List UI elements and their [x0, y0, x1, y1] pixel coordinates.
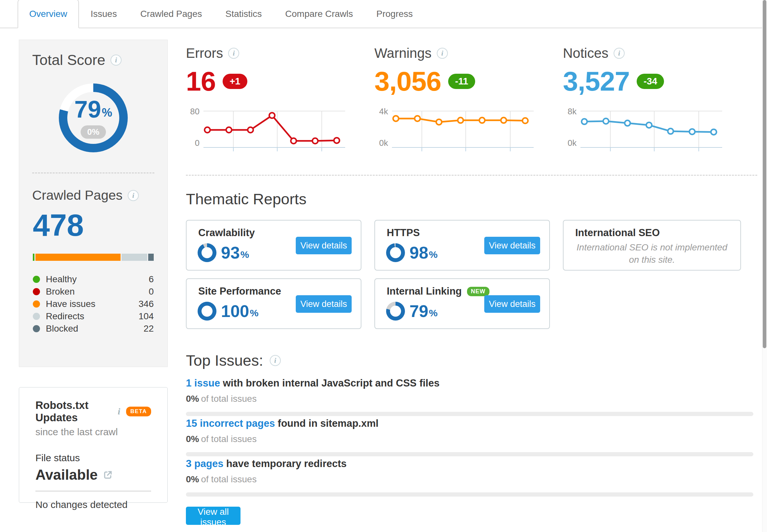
- notices-chart: 8k 0k: [563, 108, 735, 152]
- y-max-label: 8k: [568, 107, 577, 117]
- tab-compare-crawls[interactable]: Compare Crawls: [274, 0, 365, 28]
- crawled-bar-segment: [33, 254, 34, 261]
- legend-row-blocked: Blocked 22: [33, 323, 154, 335]
- legend-label: Broken: [46, 286, 148, 297]
- issue-text: 15 incorrect pages found in sitemap.xml: [186, 418, 753, 429]
- errors-delta-badge: +1: [223, 74, 247, 89]
- card-title: HTTPS: [387, 227, 420, 239]
- view-details-button[interactable]: View details: [296, 295, 351, 313]
- warnings-title: Warnings: [374, 45, 432, 61]
- donut-hole: [201, 306, 212, 317]
- card-crawlability: Crawlability 93% View details: [186, 220, 361, 271]
- file-status-label: File status: [35, 452, 151, 463]
- legend-row-redirects: Redirects 104: [33, 310, 154, 323]
- y-max-label: 4k: [379, 107, 388, 117]
- vertical-scrollbar-thumb[interactable]: [763, 0, 766, 348]
- notices-header: Notices i: [563, 45, 735, 61]
- legend-label: Healthy: [46, 274, 148, 285]
- info-icon[interactable]: i: [437, 48, 448, 59]
- info-icon[interactable]: i: [118, 406, 120, 417]
- issue-link[interactable]: 3 pages: [186, 458, 223, 469]
- tab-list: Overview Issues Crawled Pages Statistics…: [18, 0, 425, 28]
- total-score-panel: Total Score i 79 % 0% Crawled Pages i 47…: [19, 40, 168, 367]
- card-title-text: HTTPS: [387, 227, 420, 239]
- tab-bar: Overview Issues Crawled Pages Statistics…: [0, 0, 762, 28]
- view-details-button[interactable]: View details: [296, 237, 351, 254]
- https-score: 98%: [410, 244, 438, 261]
- warnings-metric: Warnings i 3,056 -11 4k 0k: [374, 45, 547, 152]
- card-score: 100%: [198, 302, 258, 321]
- legend-value: 346: [138, 299, 154, 309]
- file-status-value: Available: [35, 467, 98, 483]
- crawlability-donut: [198, 243, 216, 262]
- crawled-bar-segment: [148, 254, 154, 261]
- info-icon[interactable]: i: [614, 48, 625, 59]
- file-status-link[interactable]: Available: [35, 467, 151, 483]
- robots-note: No changes detected: [35, 499, 151, 510]
- tab-progress[interactable]: Progress: [364, 0, 425, 28]
- errors-header: Errors i: [186, 45, 358, 61]
- legend-value: 6: [148, 274, 154, 285]
- crawled-bar-segment: [121, 254, 147, 261]
- legend-value: 0: [148, 286, 154, 297]
- issue-item-temporary-redirects: 3 pages have temporary redirects 0%of to…: [186, 458, 753, 497]
- issue-pct-value: 0%: [186, 394, 199, 404]
- tab-statistics[interactable]: Statistics: [214, 0, 274, 28]
- percent-sign: %: [429, 308, 438, 319]
- top-issues-title-text: Top Issues:: [186, 351, 263, 369]
- info-icon[interactable]: i: [110, 55, 121, 66]
- card-title-text: International SEO: [575, 227, 660, 239]
- card-title: Site Performance: [198, 285, 281, 297]
- view-all-issues-button[interactable]: View all issues: [186, 507, 240, 525]
- crawled-pages-total: 478: [19, 203, 167, 241]
- crawled-pages-header: Crawled Pages i: [19, 173, 167, 203]
- info-icon[interactable]: i: [270, 355, 281, 366]
- healthy-dot-icon: [33, 276, 40, 283]
- issue-item-broken-js-css: 1 issue with broken internal JavaScript …: [186, 377, 753, 416]
- y-min-label: 0k: [568, 138, 577, 148]
- legend-label: Redirects: [46, 311, 138, 322]
- card-title: International SEO: [575, 227, 660, 239]
- vertical-scrollbar-track[interactable]: [762, 0, 767, 532]
- card-title-text: Crawlability: [198, 227, 255, 239]
- notices-count: 3,527: [563, 68, 630, 95]
- issue-percentage: 0%of total issues: [186, 434, 753, 444]
- robots-divider: [35, 491, 151, 491]
- donut-hole: [201, 247, 212, 258]
- issue-link[interactable]: 15 incorrect pages: [186, 418, 275, 429]
- issue-link[interactable]: 1 issue: [186, 377, 220, 389]
- notices-title: Notices: [563, 45, 608, 61]
- new-badge: NEW: [467, 287, 490, 296]
- issue-progress-track: [186, 492, 753, 497]
- internal-linking-donut: [386, 302, 405, 321]
- errors-title: Errors: [186, 45, 223, 61]
- thematic-reports-title-text: Thematic Reports: [186, 190, 306, 208]
- percent-sign: %: [240, 249, 249, 260]
- crawled-pages-legend: Healthy 6 Broken 0 Have issues 346 Redir…: [33, 273, 154, 335]
- card-score: 79%: [386, 302, 438, 321]
- external-link-icon[interactable]: [103, 470, 113, 480]
- tab-overview[interactable]: Overview: [18, 0, 79, 28]
- info-icon[interactable]: i: [228, 48, 239, 59]
- issue-pct-value: 0%: [186, 474, 199, 484]
- total-score-percent-sign: %: [102, 106, 112, 120]
- legend-row-healthy: Healthy 6: [33, 273, 154, 285]
- redirects-dot-icon: [33, 313, 40, 320]
- view-details-button[interactable]: View details: [484, 237, 540, 254]
- tab-issues[interactable]: Issues: [79, 0, 129, 28]
- legend-row-have-issues: Have issues 346: [33, 298, 154, 310]
- y-min-label: 0k: [379, 138, 388, 148]
- errors-chart: 80 0: [186, 108, 358, 152]
- total-score-header: Total Score i: [19, 40, 167, 69]
- info-icon[interactable]: i: [128, 190, 139, 201]
- robots-subtitle: since the last crawl: [35, 426, 151, 437]
- tab-crawled-pages[interactable]: Crawled Pages: [129, 0, 214, 28]
- view-details-button[interactable]: View details: [484, 295, 540, 313]
- warnings-value-row: 3,056 -11: [374, 66, 547, 96]
- top-issues-title: Top Issues: i: [186, 351, 281, 369]
- robots-title-row: Robots.txt Updates i BETA: [35, 399, 151, 424]
- total-score-donut: 79 % 0%: [59, 83, 128, 152]
- score-number: 98: [410, 244, 428, 261]
- errors-sparkline: [203, 108, 345, 152]
- score-number: 93: [221, 244, 240, 261]
